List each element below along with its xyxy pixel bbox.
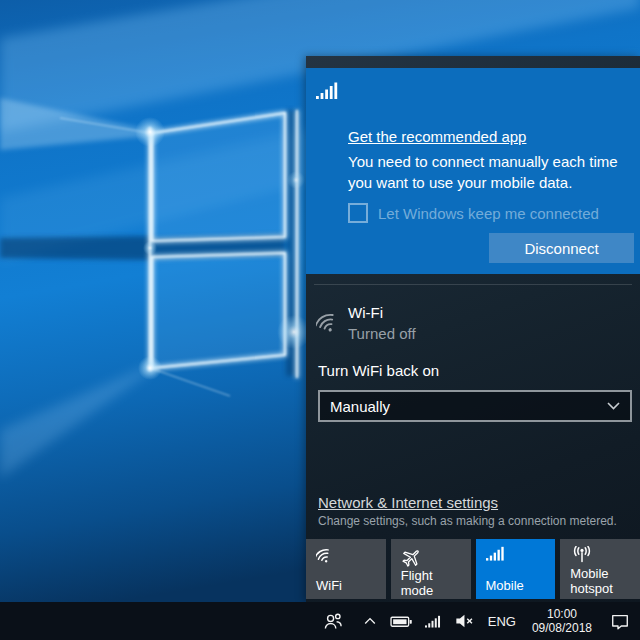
wifi-title: Wi-Fi	[348, 302, 416, 323]
settings-hint: Change settings, such as making a connec…	[318, 514, 617, 528]
mobile-hotspot-icon	[570, 546, 640, 566]
taskbar-clock[interactable]: 10:00 09/08/2018	[524, 607, 600, 635]
disconnect-button[interactable]: Disconnect	[489, 233, 634, 263]
language-indicator[interactable]: ENG	[480, 614, 524, 629]
chevron-down-icon	[607, 402, 630, 410]
tile-label: WiFi	[316, 578, 386, 593]
quick-action-wifi[interactable]: WiFi	[306, 539, 386, 599]
tile-label: Flight mode	[401, 568, 471, 598]
wifi-icon	[316, 310, 344, 336]
cellular-button[interactable]	[419, 602, 448, 640]
wifi-toggle-label: Turn WiFi back on	[318, 362, 439, 379]
clock-date: 09/08/2018	[532, 621, 592, 635]
system-tray: ENG 10:00 09/08/2018	[317, 602, 640, 640]
volume-muted-icon	[454, 612, 474, 630]
tile-label: Mobile	[486, 578, 556, 593]
signal-bars-icon	[316, 82, 340, 99]
people-icon	[323, 611, 344, 631]
quick-action-flight-mode[interactable]: Flight mode	[391, 539, 471, 599]
signal-bars-icon	[486, 546, 556, 568]
quick-action-mobile-hotspot[interactable]: Mobile hotspot	[560, 539, 640, 599]
airplane-icon	[401, 546, 471, 568]
network-settings-link[interactable]: Network & Internet settings	[318, 494, 498, 511]
quick-actions: WiFi Flight mode	[306, 539, 640, 599]
dropdown-selected-value: Manually	[320, 398, 607, 415]
quick-action-mobile[interactable]: Mobile	[476, 539, 556, 599]
battery-icon	[390, 612, 413, 631]
keep-connected-checkbox[interactable]	[348, 203, 368, 223]
action-center-icon	[610, 612, 630, 631]
taskbar: ENG 10:00 09/08/2018	[0, 602, 640, 640]
volume-button[interactable]	[448, 602, 480, 640]
section-divider	[314, 284, 632, 285]
cellular-signal-icon	[425, 615, 442, 628]
tile-label: Mobile hotspot	[570, 566, 640, 596]
tray-expand-button[interactable]	[356, 602, 384, 640]
mobile-data-description: You need to connect manually each time y…	[348, 151, 634, 193]
battery-button[interactable]	[384, 602, 419, 640]
mobile-network-item[interactable]: Get the recommended app You need to conn…	[306, 68, 640, 274]
clock-time: 10:00	[532, 607, 592, 621]
people-button[interactable]	[317, 602, 356, 640]
wifi-toggle-dropdown[interactable]: Manually	[318, 390, 632, 422]
wifi-icon	[316, 546, 386, 568]
keep-connected-label: Let Windows keep me connected	[378, 205, 599, 222]
wifi-status: Turned off	[348, 323, 416, 344]
network-flyout: Get the recommended app You need to conn…	[306, 56, 640, 602]
action-center-button[interactable]	[600, 602, 638, 640]
chevron-up-icon	[362, 613, 378, 629]
recommended-app-link[interactable]: Get the recommended app	[348, 128, 526, 145]
